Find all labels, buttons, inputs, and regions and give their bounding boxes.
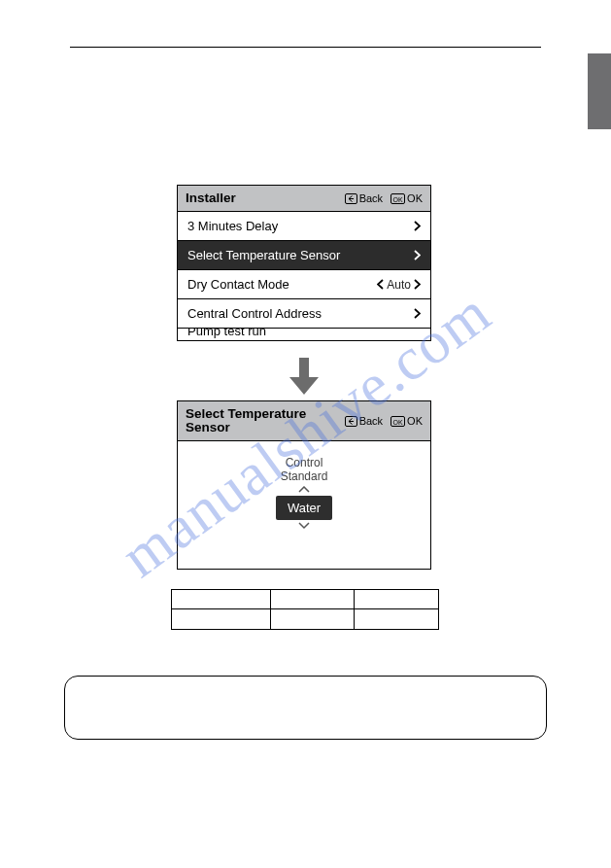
back-label: Back	[359, 192, 383, 204]
chevron-down-icon[interactable]	[297, 522, 311, 530]
menu-label: Pump test run	[187, 329, 421, 338]
menu-label: Central Control Address	[187, 306, 414, 321]
chevron-up-icon[interactable]	[297, 486, 311, 494]
header-buttons: Back OK OK	[345, 415, 423, 427]
back-label: Back	[359, 415, 383, 427]
ok-label: OK	[407, 415, 423, 427]
table-cell	[355, 590, 439, 608]
table-row	[172, 590, 439, 609]
table-cell	[355, 609, 439, 629]
control-line2: Standard	[281, 469, 328, 483]
table-cell	[172, 609, 271, 629]
installer-header: Installer Back OK OK	[178, 186, 430, 212]
menu-item-dry-contact[interactable]: Dry Contact Mode Auto	[178, 270, 430, 299]
header-buttons: Back OK OK	[345, 192, 423, 204]
menu-value: Auto	[384, 278, 414, 292]
select-temp-sensor-screen: Select Temperature Sensor Back OK OK Con…	[177, 400, 431, 570]
table-cell	[271, 609, 355, 629]
menu-label: 3 Minutes Delay	[187, 219, 414, 233]
back-button[interactable]: Back	[345, 415, 383, 427]
table-cell	[172, 590, 271, 608]
menu-item-select-temp-sensor[interactable]: Select Temperature Sensor	[178, 241, 430, 270]
select-temp-body: Control Standard Water	[178, 441, 430, 530]
chevron-right-icon	[414, 221, 421, 231]
select-temp-title: Select Temperature Sensor	[186, 407, 345, 434]
table-cell	[271, 590, 355, 608]
value-table	[171, 589, 439, 630]
menu-item-central-control[interactable]: Central Control Address	[178, 299, 430, 329]
chevron-right-icon	[414, 279, 421, 290]
back-button[interactable]: Back	[345, 192, 383, 204]
chevron-right-icon	[414, 250, 421, 260]
control-line1: Control	[286, 456, 323, 469]
back-icon	[345, 193, 357, 204]
ok-label: OK	[407, 192, 423, 204]
ok-button[interactable]: OK OK	[390, 415, 423, 427]
installer-title: Installer	[186, 191, 345, 205]
horizontal-rule	[70, 47, 541, 48]
select-temp-header: Select Temperature Sensor Back OK OK	[178, 401, 430, 441]
ok-icon: OK	[390, 193, 405, 204]
ok-button[interactable]: OK OK	[390, 192, 423, 204]
menu-label: Dry Contact Mode	[187, 277, 377, 292]
svg-text:OK: OK	[393, 418, 403, 425]
sensor-value[interactable]: Water	[276, 496, 332, 520]
arrow-down-icon	[289, 358, 319, 395]
note-box	[64, 676, 547, 740]
svg-text:OK: OK	[393, 195, 403, 202]
menu-item-3min-delay[interactable]: 3 Minutes Delay	[178, 212, 430, 241]
ok-icon: OK	[390, 416, 405, 427]
control-standard-label: Control Standard	[281, 457, 328, 484]
installer-screen: Installer Back OK OK 3 Minutes Delay Sel…	[177, 185, 431, 341]
chevron-left-icon	[377, 279, 384, 290]
table-row	[172, 609, 439, 629]
chevron-right-icon	[414, 308, 421, 319]
back-icon	[345, 416, 357, 427]
section-tab	[588, 53, 611, 129]
menu-label: Select Temperature Sensor	[187, 248, 414, 262]
menu-item-pump-test[interactable]: Pump test run	[178, 329, 430, 340]
